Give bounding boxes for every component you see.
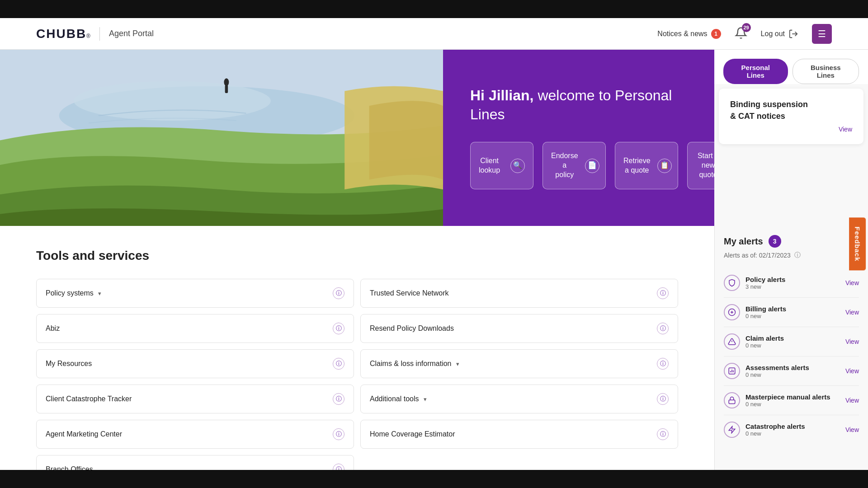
alerts-count-badge: 3: [769, 235, 781, 248]
header-left: CHUBB® Agent Portal: [36, 27, 154, 41]
alerts-date: Alerts as of: 02/17/2023 ⓘ: [724, 251, 859, 259]
alert-left: Claim alerts 0 new: [724, 333, 784, 350]
feedback-tab[interactable]: Feedback: [849, 217, 866, 270]
tools-left-column: Policy systems ▾ ⓘ Abiz ⓘ My Resources ⓘ: [36, 279, 354, 484]
tool-additional-tools[interactable]: Additional tools ▾ ⓘ: [360, 385, 678, 413]
alert-info: Catastrophe alerts 0 new: [745, 422, 805, 437]
notices-news-link[interactable]: Notices & news 1: [657, 29, 721, 39]
info-icon[interactable]: ⓘ: [333, 428, 344, 440]
tool-item-left: Resend Policy Downloads: [370, 324, 454, 333]
chubb-logo: CHUBB®: [36, 27, 90, 41]
hero-section: Hi Jillian, welcome to Personal Lines Cl…: [0, 50, 868, 226]
notices-view-link[interactable]: View: [839, 126, 852, 133]
tool-label: Policy systems: [46, 289, 94, 297]
svg-marker-16: [729, 427, 735, 433]
tool-item-left: Policy systems ▾: [46, 289, 101, 297]
tool-client-catastrophe-tracker[interactable]: Client Catastrophe Tracker ⓘ: [36, 385, 354, 413]
tool-trusted-service-network[interactable]: Trusted Service Network ⓘ: [360, 279, 678, 308]
alert-row-policy: Policy alerts 3 new View: [724, 268, 859, 298]
personal-lines-button[interactable]: Personal Lines: [723, 59, 788, 84]
alerts-sidebar: My alerts 3 Alerts as of: 02/17/2023 ⓘ P…: [714, 226, 868, 488]
tool-abiz[interactable]: Abiz ⓘ: [36, 314, 354, 343]
endorse-policy-button[interactable]: Endorse apolicy 📄: [542, 142, 606, 189]
lock-icon: [724, 392, 740, 408]
client-lookup-label: Clientlookup: [479, 156, 500, 175]
logout-label: Log out: [761, 30, 785, 38]
tool-item-left: My Resources: [46, 360, 92, 368]
endorse-policy-label: Endorse apolicy: [551, 151, 578, 179]
svg-rect-5: [225, 85, 228, 93]
alerts-date-text: Alerts as of: 02/17/2023: [724, 252, 791, 259]
alert-view-link[interactable]: View: [845, 309, 859, 316]
menu-icon: ☰: [818, 28, 826, 39]
bottom-black-bar: [0, 470, 868, 488]
alert-left: Catastrophe alerts 0 new: [724, 422, 805, 438]
info-icon[interactable]: ⓘ: [333, 358, 344, 370]
tool-home-coverage-estimator[interactable]: Home Coverage Estimator ⓘ: [360, 420, 678, 449]
alert-info: Masterpiece manual alerts 0 new: [745, 393, 830, 408]
hero-purple-panel: Hi Jillian, welcome to Personal Lines Cl…: [443, 50, 714, 226]
alert-left: Masterpiece manual alerts 0 new: [724, 392, 830, 408]
warning-icon: [724, 333, 740, 350]
tool-policy-systems[interactable]: Policy systems ▾ ⓘ: [36, 279, 354, 308]
shield-icon: [724, 275, 740, 291]
alert-left: Billing alerts 0 new: [724, 304, 786, 320]
welcome-name: Hi Jillian,: [470, 87, 533, 103]
alert-count: 0 new: [745, 313, 786, 319]
logout-button[interactable]: Log out: [761, 29, 798, 39]
info-icon[interactable]: ⓘ: [657, 323, 669, 334]
alert-count: 3 new: [745, 283, 785, 290]
alert-count: 0 new: [745, 342, 784, 349]
tool-agent-marketing-center[interactable]: Agent Marketing Center ⓘ: [36, 420, 354, 449]
alert-view-link[interactable]: View: [845, 279, 859, 286]
tools-section: Tools and services Policy systems ▾ ⓘ Ab…: [0, 226, 714, 488]
logo-divider: [99, 27, 100, 41]
logo-text: CHUBB: [36, 27, 86, 41]
info-icon[interactable]: ⓘ: [333, 323, 344, 334]
info-icon[interactable]: ⓘ: [333, 287, 344, 299]
chart-icon: [724, 363, 740, 379]
bell-icon[interactable]: 29: [735, 27, 747, 41]
tool-my-resources[interactable]: My Resources ⓘ: [36, 349, 354, 378]
alert-row-catastrophe: Catastrophe alerts 0 new View: [724, 415, 859, 444]
alert-name: Assessments alerts: [745, 364, 809, 371]
clipboard-icon: 📋: [657, 159, 672, 173]
alerts-header: My alerts 3: [724, 235, 859, 248]
alerts-title: My alerts: [724, 236, 763, 247]
tool-item-left: Additional tools ▾: [370, 395, 427, 403]
alert-count: 0 new: [745, 401, 830, 408]
alert-view-link[interactable]: View: [845, 367, 859, 375]
info-icon[interactable]: ⓘ: [333, 393, 344, 405]
agent-portal-label: Agent Portal: [109, 29, 154, 38]
alert-view-link[interactable]: View: [845, 338, 859, 345]
tool-item-left: Abiz: [46, 324, 60, 333]
alert-count: 0 new: [745, 371, 809, 378]
notices-news-label: Notices & news: [657, 30, 707, 38]
dollar-circle-icon: [724, 304, 740, 320]
tool-claims-loss-information[interactable]: Claims & loss information ▾ ⓘ: [360, 349, 678, 378]
alerts-info-icon: ⓘ: [794, 251, 801, 259]
hamburger-menu-button[interactable]: ☰: [812, 24, 832, 44]
alert-info: Billing alerts 0 new: [745, 305, 786, 319]
tool-item-left: Trusted Service Network: [370, 289, 449, 297]
notices-card: Binding suspension & CAT notices View: [719, 89, 863, 144]
info-icon[interactable]: ⓘ: [657, 358, 669, 370]
alert-view-link[interactable]: View: [845, 426, 859, 433]
svg-point-4: [224, 78, 229, 86]
top-black-bar: [0, 0, 868, 18]
alert-name: Billing alerts: [745, 305, 786, 313]
tool-item-left: Claims & loss information ▾: [370, 360, 459, 368]
alert-name: Catastrophe alerts: [745, 422, 805, 430]
alert-name: Masterpiece manual alerts: [745, 393, 830, 401]
tool-item-left: Home Coverage Estimator: [370, 430, 455, 438]
retrieve-quote-button[interactable]: Retrievea quote 📋: [615, 142, 678, 189]
tools-grid: Policy systems ▾ ⓘ Abiz ⓘ My Resources ⓘ: [36, 279, 678, 484]
business-lines-button[interactable]: Business Lines: [793, 59, 859, 84]
info-icon[interactable]: ⓘ: [657, 287, 669, 299]
alert-count: 0 new: [745, 430, 805, 437]
client-lookup-button[interactable]: Clientlookup 🔍: [470, 142, 533, 189]
info-icon[interactable]: ⓘ: [657, 393, 669, 405]
info-icon[interactable]: ⓘ: [657, 428, 669, 440]
alert-view-link[interactable]: View: [845, 397, 859, 404]
tool-resend-policy-downloads[interactable]: Resend Policy Downloads ⓘ: [360, 314, 678, 343]
